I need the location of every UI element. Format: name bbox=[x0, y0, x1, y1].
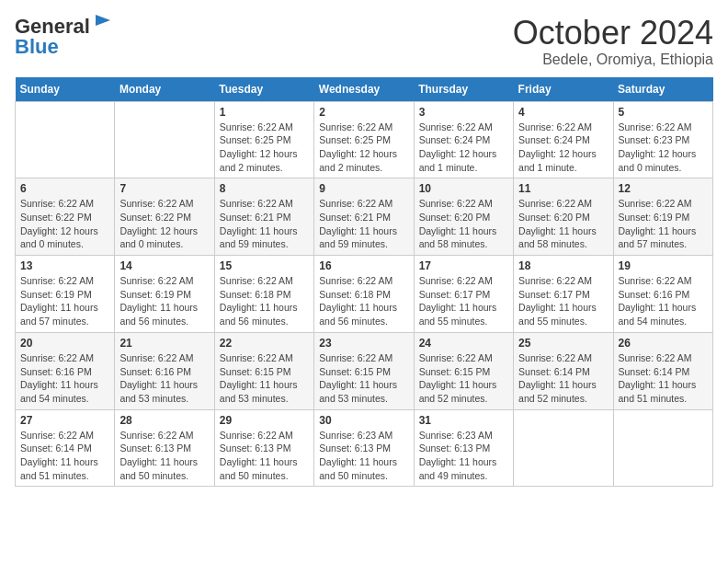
day-info: Sunrise: 6:22 AMSunset: 6:21 PMDaylight:… bbox=[220, 197, 309, 251]
calendar-cell: 19Sunrise: 6:22 AMSunset: 6:16 PMDayligh… bbox=[613, 256, 712, 333]
sunset-text: Sunset: 6:17 PM bbox=[419, 288, 508, 302]
day-number: 17 bbox=[419, 259, 508, 272]
sunset-text: Sunset: 6:13 PM bbox=[119, 442, 209, 455]
calendar-cell: 1Sunrise: 6:22 AMSunset: 6:25 PMDaylight… bbox=[214, 101, 313, 178]
calendar-cell: 15Sunrise: 6:22 AMSunset: 6:18 PMDayligh… bbox=[214, 256, 313, 333]
daylight-text: Daylight: 11 hours and 58 minutes. bbox=[419, 224, 508, 251]
header-wednesday: Wednesday bbox=[314, 77, 414, 102]
day-info: Sunrise: 6:22 AMSunset: 6:19 PMDaylight:… bbox=[619, 197, 708, 251]
day-info: Sunrise: 6:22 AMSunset: 6:16 PMDaylight:… bbox=[119, 351, 209, 406]
daylight-text: Daylight: 12 hours and 1 minute. bbox=[518, 147, 608, 174]
logo-flag-icon bbox=[92, 13, 112, 33]
day-number: 12 bbox=[619, 182, 708, 195]
day-info: Sunrise: 6:22 AMSunset: 6:17 PMDaylight:… bbox=[419, 274, 508, 328]
daylight-text: Daylight: 11 hours and 50 minutes. bbox=[119, 455, 209, 482]
day-info: Sunrise: 6:22 AMSunset: 6:18 PMDaylight:… bbox=[220, 274, 309, 328]
sunset-text: Sunset: 6:13 PM bbox=[220, 442, 309, 455]
day-number: 1 bbox=[220, 106, 309, 119]
sunrise-text: Sunrise: 6:22 AM bbox=[619, 197, 708, 211]
sunrise-text: Sunrise: 6:22 AM bbox=[518, 197, 608, 211]
calendar-cell: 4Sunrise: 6:22 AMSunset: 6:24 PMDaylight… bbox=[514, 101, 613, 178]
sunrise-text: Sunrise: 6:22 AM bbox=[419, 197, 508, 211]
calendar-cell: 17Sunrise: 6:22 AMSunset: 6:17 PMDayligh… bbox=[414, 256, 513, 333]
sunset-text: Sunset: 6:15 PM bbox=[220, 365, 309, 379]
daylight-text: Daylight: 11 hours and 53 minutes. bbox=[119, 378, 209, 405]
sunrise-text: Sunrise: 6:22 AM bbox=[20, 429, 109, 442]
day-info: Sunrise: 6:22 AMSunset: 6:24 PMDaylight:… bbox=[419, 121, 508, 175]
sunrise-text: Sunrise: 6:22 AM bbox=[319, 351, 408, 365]
calendar-cell: 9Sunrise: 6:22 AMSunset: 6:21 PMDaylight… bbox=[314, 178, 414, 256]
header-friday: Friday bbox=[514, 77, 613, 102]
daylight-text: Daylight: 11 hours and 54 minutes. bbox=[20, 378, 109, 405]
sunset-text: Sunset: 6:14 PM bbox=[20, 442, 109, 455]
day-info: Sunrise: 6:22 AMSunset: 6:20 PMDaylight:… bbox=[419, 197, 508, 251]
sunset-text: Sunset: 6:19 PM bbox=[119, 288, 209, 302]
day-info: Sunrise: 6:23 AMSunset: 6:13 PMDaylight:… bbox=[319, 429, 408, 483]
sunrise-text: Sunrise: 6:22 AM bbox=[20, 274, 109, 288]
sunset-text: Sunset: 6:16 PM bbox=[119, 365, 209, 379]
daylight-text: Daylight: 11 hours and 56 minutes. bbox=[220, 301, 309, 327]
calendar-cell: 29Sunrise: 6:22 AMSunset: 6:13 PMDayligh… bbox=[214, 409, 313, 487]
calendar-cell: 25Sunrise: 6:22 AMSunset: 6:14 PMDayligh… bbox=[514, 332, 613, 409]
day-number: 9 bbox=[319, 182, 408, 195]
sunset-text: Sunset: 6:15 PM bbox=[319, 365, 408, 379]
daylight-text: Daylight: 11 hours and 52 minutes. bbox=[518, 378, 608, 405]
calendar-cell: 8Sunrise: 6:22 AMSunset: 6:21 PMDaylight… bbox=[214, 178, 313, 256]
sunset-text: Sunset: 6:25 PM bbox=[319, 133, 408, 147]
day-info: Sunrise: 6:22 AMSunset: 6:16 PMDaylight:… bbox=[20, 351, 109, 406]
sunset-text: Sunset: 6:19 PM bbox=[619, 211, 708, 224]
day-number: 28 bbox=[119, 414, 209, 427]
sunrise-text: Sunrise: 6:22 AM bbox=[619, 274, 708, 288]
day-info: Sunrise: 6:23 AMSunset: 6:13 PMDaylight:… bbox=[419, 429, 508, 483]
sunrise-text: Sunrise: 6:22 AM bbox=[20, 197, 109, 211]
day-info: Sunrise: 6:22 AMSunset: 6:15 PMDaylight:… bbox=[220, 351, 309, 406]
day-number: 21 bbox=[119, 337, 209, 350]
calendar-header-row: Sunday Monday Tuesday Wednesday Thursday… bbox=[16, 77, 713, 102]
day-number: 4 bbox=[518, 106, 608, 119]
sunrise-text: Sunrise: 6:22 AM bbox=[518, 274, 608, 288]
day-info: Sunrise: 6:22 AMSunset: 6:19 PMDaylight:… bbox=[20, 274, 109, 328]
day-info: Sunrise: 6:22 AMSunset: 6:24 PMDaylight:… bbox=[518, 121, 608, 175]
calendar-cell: 31Sunrise: 6:23 AMSunset: 6:13 PMDayligh… bbox=[414, 409, 513, 487]
header-thursday: Thursday bbox=[414, 77, 513, 102]
daylight-text: Daylight: 11 hours and 58 minutes. bbox=[518, 224, 608, 251]
calendar-cell: 16Sunrise: 6:22 AMSunset: 6:18 PMDayligh… bbox=[314, 256, 414, 333]
sunset-text: Sunset: 6:23 PM bbox=[619, 133, 708, 147]
daylight-text: Daylight: 11 hours and 49 minutes. bbox=[419, 455, 508, 482]
day-number: 7 bbox=[119, 182, 209, 195]
day-number: 15 bbox=[220, 259, 309, 272]
day-number: 14 bbox=[119, 259, 209, 272]
calendar-cell: 11Sunrise: 6:22 AMSunset: 6:20 PMDayligh… bbox=[514, 178, 613, 256]
daylight-text: Daylight: 11 hours and 59 minutes. bbox=[220, 224, 309, 251]
sunrise-text: Sunrise: 6:22 AM bbox=[119, 429, 209, 442]
calendar-week-row: 6Sunrise: 6:22 AMSunset: 6:22 PMDaylight… bbox=[16, 178, 713, 256]
sunset-text: Sunset: 6:25 PM bbox=[220, 133, 309, 147]
day-number: 30 bbox=[319, 414, 408, 427]
daylight-text: Daylight: 11 hours and 56 minutes. bbox=[319, 301, 408, 327]
day-number: 6 bbox=[20, 182, 109, 195]
sunrise-text: Sunrise: 6:22 AM bbox=[220, 197, 309, 211]
day-info: Sunrise: 6:22 AMSunset: 6:22 PMDaylight:… bbox=[20, 197, 109, 251]
sunset-text: Sunset: 6:14 PM bbox=[619, 365, 708, 379]
day-info: Sunrise: 6:22 AMSunset: 6:14 PMDaylight:… bbox=[518, 351, 608, 406]
day-info: Sunrise: 6:22 AMSunset: 6:23 PMDaylight:… bbox=[619, 121, 708, 175]
day-info: Sunrise: 6:22 AMSunset: 6:17 PMDaylight:… bbox=[518, 274, 608, 328]
daylight-text: Daylight: 11 hours and 53 minutes. bbox=[220, 378, 309, 405]
calendar-cell bbox=[514, 409, 613, 487]
sunrise-text: Sunrise: 6:22 AM bbox=[220, 274, 309, 288]
logo-blue: Blue bbox=[15, 35, 59, 58]
sunrise-text: Sunrise: 6:22 AM bbox=[419, 351, 508, 365]
daylight-text: Daylight: 11 hours and 59 minutes. bbox=[319, 224, 408, 251]
daylight-text: Daylight: 11 hours and 54 minutes. bbox=[619, 301, 708, 327]
sunset-text: Sunset: 6:16 PM bbox=[619, 288, 708, 302]
day-info: Sunrise: 6:22 AMSunset: 6:14 PMDaylight:… bbox=[619, 351, 708, 406]
day-number: 31 bbox=[419, 414, 508, 427]
day-info: Sunrise: 6:22 AMSunset: 6:13 PMDaylight:… bbox=[119, 429, 209, 483]
sunrise-text: Sunrise: 6:22 AM bbox=[419, 274, 508, 288]
sunrise-text: Sunrise: 6:22 AM bbox=[619, 351, 708, 365]
day-number: 2 bbox=[319, 106, 408, 119]
daylight-text: Daylight: 12 hours and 1 minute. bbox=[419, 147, 508, 174]
daylight-text: Daylight: 11 hours and 52 minutes. bbox=[419, 378, 508, 405]
sunrise-text: Sunrise: 6:22 AM bbox=[220, 351, 309, 365]
header-tuesday: Tuesday bbox=[214, 77, 313, 102]
